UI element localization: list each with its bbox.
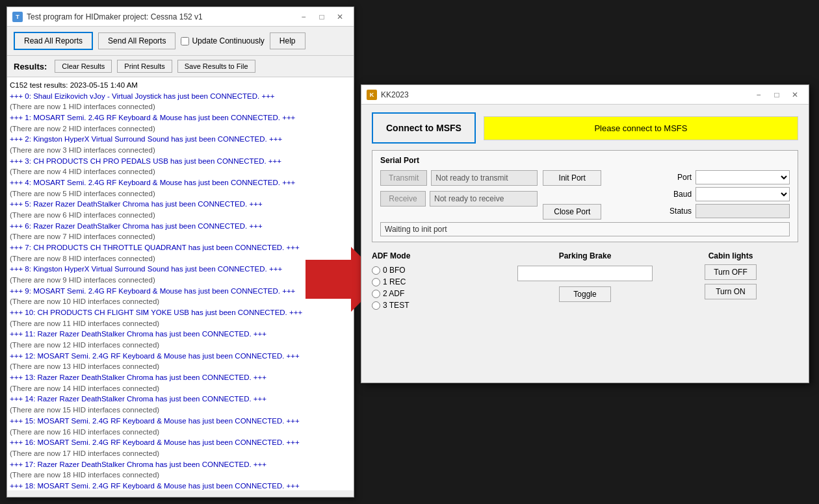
titlebar2: K KK2023 − □ ✕ [361, 85, 809, 105]
output-line: (There are now 11 HID interfaces connect… [10, 318, 351, 329]
baud-label: Baud [669, 190, 692, 199]
parking-brake-label: Parking Brake [559, 251, 612, 260]
output-line: +++ 2: Kingston HyperX Virtual Surround … [10, 134, 351, 145]
output-line: +++ 18: MOSART Semi. 2.4G RF Keyboard & … [10, 481, 351, 490]
output-line: (There are now 10 HID interfaces connect… [10, 296, 351, 307]
window2-content: Connect to MSFS Please connect to MSFS S… [361, 105, 809, 318]
toggle-button[interactable]: Toggle [559, 286, 611, 302]
output-line: (There are now 13 HID interfaces connect… [10, 361, 351, 372]
output-line: +++ 1: MOSART Semi. 2.4G RF Keyboard & M… [10, 112, 351, 123]
close-button2[interactable]: ✕ [786, 88, 803, 101]
output-line: (There are now 6 HID interfaces connecte… [10, 210, 351, 221]
app-icon1: T [12, 12, 23, 22]
adf-option-1[interactable]: 1 REC [372, 277, 507, 286]
output-line: +++ 0: Shaul Eizikovich vJoy - Virtual J… [10, 91, 351, 102]
minimize-button2[interactable]: − [750, 88, 767, 101]
output-line: (There are now 8 HID interfaces connecte… [10, 253, 351, 264]
close-button1[interactable]: ✕ [332, 10, 348, 23]
receive-button: Receive [380, 191, 426, 207]
output-line: (There are now 4 HID interfaces connecte… [10, 166, 351, 177]
status-display [696, 204, 790, 218]
bottom-row: ADF Mode 0 BFO 1 REC 2 ADF 3 TEST [372, 251, 798, 310]
close-port-button[interactable]: Close Port [543, 204, 601, 220]
output-line: +++ 17: Razer Razer DeathStalker Chroma … [10, 459, 351, 470]
output-line: C152 test results: 2023-05-15 1:40 AM [10, 80, 351, 91]
app-icon2: K [367, 90, 377, 100]
help-button[interactable]: Help [270, 32, 306, 49]
adf-section: ADF Mode 0 BFO 1 REC 2 ADF 3 TEST [372, 251, 507, 310]
adf-radio-3[interactable] [372, 301, 380, 310]
output-line: +++ 11: Razer Razer DeathStalker Chroma … [10, 329, 351, 340]
serial-port-section: Serial Port Transmit Receive Init Port [372, 150, 798, 242]
adf-option-3[interactable]: 3 TEST [372, 301, 507, 310]
results-bar: Results: Clear Results Print Results Sav… [7, 56, 354, 77]
maximize-button2[interactable]: □ [768, 88, 785, 101]
adf-option-0[interactable]: 0 BFO [372, 266, 507, 275]
output-line: (There are now 16 HID interfaces connect… [10, 427, 351, 438]
output-line: +++ 3: CH PRODUCTS CH PRO PEDALS USB has… [10, 156, 351, 167]
adf-option-2[interactable]: 2 ADF [372, 289, 507, 298]
parking-brake-section: Parking Brake Toggle [517, 251, 653, 310]
cabin-lights-label: Cabin lights [708, 251, 753, 260]
output-line: (There are now 9 HID interfaces connecte… [10, 275, 351, 286]
window1: T Test program for HIDmaker project: Ces… [6, 6, 354, 498]
toolbar1: Read All Reports Send All Reports Update… [7, 27, 354, 56]
output-line: +++ 13: Razer Razer DeathStalker Chroma … [10, 372, 351, 383]
transmit-button: Transmit [380, 170, 427, 186]
receive-status-field [430, 191, 538, 207]
output-line: (There are now 2 HID interfaces connecte… [10, 123, 351, 134]
waiting-bar: Waiting to init port [380, 222, 790, 236]
window2: K KK2023 − □ ✕ Connect to MSFS Please co… [361, 84, 809, 383]
output-line: (There are now 17 HID interfaces connect… [10, 448, 351, 459]
baud-select[interactable] [696, 187, 790, 201]
output-line: +++ 7: CH PRODUCTS CH THROTTLE QUADRANT … [10, 242, 351, 253]
turn-on-button[interactable]: Turn ON [705, 284, 757, 299]
port-label: Port [669, 173, 692, 182]
output-line: +++ 4: MOSART Semi. 2.4G RF Keyboard & M… [10, 177, 351, 188]
port-select[interactable] [696, 170, 790, 184]
serial-port-label: Serial Port [380, 156, 790, 165]
maximize-button1[interactable]: □ [313, 10, 330, 23]
minimize-button1[interactable]: − [295, 10, 312, 23]
output-line: +++ 16: MOSART Semi. 2.4G RF Keyboard & … [10, 437, 351, 448]
output-line: (There are now 3 HID interfaces connecte… [10, 145, 351, 156]
output-line: (There are now 18 HID interfaces connect… [10, 470, 351, 481]
output-area[interactable]: C152 test results: 2023-05-15 1:40 AM+++… [7, 77, 354, 490]
output-line: +++ 5: Razer Razer DeathStalker Chroma h… [10, 199, 351, 210]
read-all-reports-button[interactable]: Read All Reports [14, 32, 93, 50]
cabin-lights-section: Cabin lights Turn OFF Turn ON [663, 251, 798, 310]
output-line: (There are now 14 HID interfaces connect… [10, 383, 351, 394]
adf-mode-label: ADF Mode [372, 251, 507, 260]
msfs-status-display: Please connect to MSFS [484, 116, 798, 140]
connect-row: Connect to MSFS Please connect to MSFS [372, 112, 798, 144]
send-all-reports-button[interactable]: Send All Reports [98, 32, 176, 49]
output-line: +++ 8: Kingston HyperX Virtual Surround … [10, 264, 351, 275]
adf-radio-0[interactable] [372, 266, 380, 275]
parking-brake-field[interactable] [517, 266, 653, 281]
output-line: (There are now 7 HID interfaces connecte… [10, 231, 351, 242]
output-line: +++ 15: MOSART Semi. 2.4G RF Keyboard & … [10, 416, 351, 427]
window1-title: Test program for HIDmaker project: Cessn… [27, 12, 203, 21]
output-line: (There are now 5 HID interfaces connecte… [10, 188, 351, 199]
init-port-button[interactable]: Init Port [543, 170, 601, 186]
output-line: +++ 6: Razer Razer DeathStalker Chroma h… [10, 221, 351, 232]
window2-title: KK2023 [381, 90, 409, 99]
turn-off-button[interactable]: Turn OFF [705, 264, 757, 280]
transmit-status-field [431, 170, 538, 186]
output-line: (There are now 15 HID interfaces connect… [10, 405, 351, 416]
status-label: Status [669, 207, 692, 216]
connect-msfs-button[interactable]: Connect to MSFS [372, 112, 476, 144]
output-line: (There are now 1 HID interfaces connecte… [10, 101, 351, 112]
save-results-button[interactable]: Save Results to File [177, 60, 255, 73]
update-continuously-label[interactable]: Update Continuously [181, 36, 264, 45]
adf-radio-2[interactable] [372, 290, 380, 298]
adf-radio-1[interactable] [372, 278, 380, 286]
update-continuously-checkbox[interactable] [181, 37, 189, 45]
output-line: +++ 14: Razer Razer DeathStalker Chroma … [10, 394, 351, 405]
output-line: +++ 10: CH PRODUCTS CH FLIGHT SIM YOKE U… [10, 307, 351, 318]
output-line: +++ 12: MOSART Semi. 2.4G RF Keyboard & … [10, 351, 351, 362]
clear-results-button[interactable]: Clear Results [55, 60, 112, 73]
print-results-button[interactable]: Print Results [117, 60, 172, 73]
output-line: (There are now 12 HID interfaces connect… [10, 340, 351, 351]
titlebar1: T Test program for HIDmaker project: Ces… [7, 7, 354, 27]
